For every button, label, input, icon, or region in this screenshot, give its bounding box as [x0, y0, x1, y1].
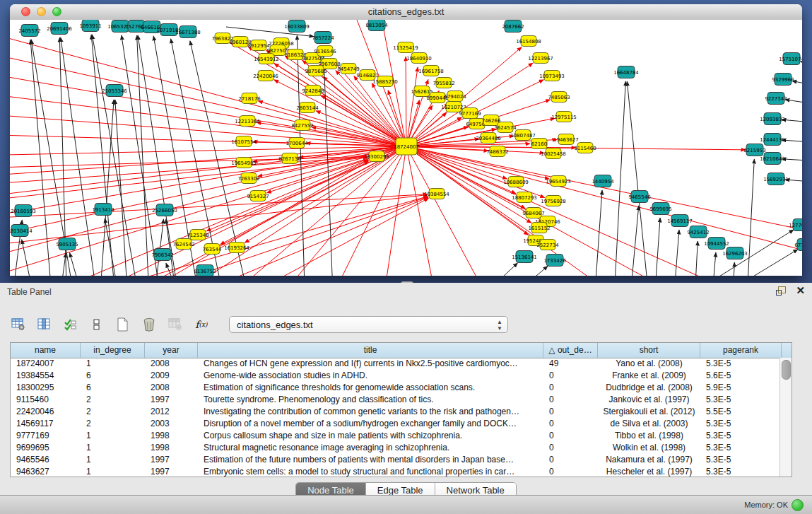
red-edge — [10, 113, 406, 146]
graph-node-label: 2803144 — [296, 105, 319, 111]
citation-network-graph: 1872400779638228960128891295422226058982… — [10, 20, 802, 276]
table-row[interactable]: 1830029562008Estimation of significance … — [11, 382, 780, 394]
table-panel-header: Table Panel ✕ — [0, 283, 812, 301]
column-header-pagerank[interactable]: pagerank — [700, 343, 782, 358]
cell-name: 9115460 — [11, 394, 81, 406]
cell-out_de…: 0 — [543, 442, 598, 454]
graph-node-label: 16671388 — [175, 30, 201, 35]
float-panel-icon[interactable] — [776, 286, 786, 296]
cell-name: 9777169 — [11, 430, 81, 442]
column-header-title[interactable]: title — [198, 343, 543, 358]
graph-node-label: 2718176 — [238, 96, 261, 102]
graph-node-label: 9242848 — [302, 88, 324, 94]
delete-table-icon[interactable] — [141, 317, 158, 332]
graph-node-label: 19384554 — [424, 192, 449, 197]
table-row[interactable]: 946362711997Embryonic stem cells: a mode… — [11, 466, 780, 477]
black-edge — [115, 100, 129, 276]
graph-node-label: 15885230 — [372, 79, 398, 85]
table-options-icon[interactable] — [10, 317, 27, 332]
window-titlebar[interactable]: citations_edges.txt — [10, 4, 802, 21]
graph-node-label: 15136141 — [512, 255, 537, 260]
table-row[interactable]: 969969511998Structural magnetic resonanc… — [11, 442, 780, 454]
column-header-in_degree[interactable]: in_degree — [81, 343, 145, 358]
graph-node-label: 62160 — [531, 141, 547, 147]
scrollbar-thumb[interactable] — [782, 360, 791, 380]
table-header-row: namein_degreeyeartitle△ out_de…shortpage… — [11, 343, 792, 358]
graph-node-label: 22420046 — [253, 74, 278, 79]
cell-year: 2008 — [145, 382, 198, 394]
table-row[interactable]: 2242004622012Investigating the contribut… — [11, 406, 780, 418]
graph-node-label: 7906342 — [151, 252, 173, 258]
table-selector-value: citations_edges.txt — [237, 320, 313, 330]
graph-node-label: 19130414 — [10, 228, 33, 234]
import-table-icon[interactable] — [167, 317, 184, 332]
black-edge — [785, 100, 802, 105]
graph-node-label: 746266 — [482, 118, 501, 124]
cell-pagerank: 5.5E-5 — [700, 406, 780, 418]
network-view-window[interactable]: citations_edges.txt 18724007796382289601… — [10, 4, 802, 276]
cell-name: 9463627 — [11, 466, 81, 477]
cell-in_degree: 1 — [81, 358, 145, 370]
cell-year: 2008 — [145, 358, 198, 370]
row-height-icon[interactable] — [88, 317, 105, 332]
cell-short: de Silva et al. (2003) — [598, 418, 700, 430]
cell-title: Genome-wide association studies in ADHD. — [198, 370, 543, 382]
show-columns-icon[interactable] — [36, 317, 53, 332]
graph-node-label: 7955812 — [433, 81, 454, 86]
graph-node-label: 11325419 — [393, 45, 418, 51]
cell-pagerank: 5.3E-5 — [700, 454, 780, 466]
cell-in_degree: 1 — [81, 442, 145, 454]
graph-node-label: 8136753 — [194, 269, 216, 274]
graph-node-label: 10025458 — [541, 151, 566, 157]
table-row[interactable]: 977716911998Corpus callosum shape and si… — [11, 430, 780, 442]
graph-node-label: 18300295 — [364, 154, 389, 160]
cell-in_degree: 2 — [81, 406, 145, 418]
memory-status-label: Memory: OK — [744, 501, 788, 509]
network-canvas[interactable]: 1872400779638228960128891295422226058982… — [10, 20, 802, 276]
red-edge — [10, 146, 406, 156]
column-header-year[interactable]: year — [145, 343, 198, 358]
close-panel-icon[interactable]: ✕ — [796, 286, 805, 296]
graph-node-label: 8813054 — [365, 23, 388, 28]
cytoscape-app: citations_edges.txt 18724007796382289601… — [0, 0, 812, 514]
column-header-short[interactable]: short — [598, 343, 700, 358]
cell-title: Estimation of the future numbers of pati… — [198, 454, 543, 466]
graph-node-label: 21053346 — [102, 88, 127, 94]
cell-year: 2012 — [145, 406, 198, 418]
node-table[interactable]: namein_degreeyeartitle△ out_de…shortpage… — [10, 342, 792, 477]
graph-node-label: 12444139 — [760, 137, 785, 143]
table-row[interactable]: 946554611997Estimation of the future num… — [11, 454, 780, 466]
table-row[interactable]: 1872400712008Changes of HCN gene express… — [11, 358, 780, 370]
graph-node-label: 14569117 — [667, 218, 693, 224]
table-row[interactable]: 1938455462009Genome-wide association stu… — [11, 370, 780, 382]
dropdown-stepper-icon: ▲▼ — [497, 319, 502, 332]
cell-name: 18724007 — [11, 358, 81, 370]
table-selector-dropdown[interactable]: citations_edges.txt ▲▼ — [229, 316, 508, 333]
vertical-scrollbar[interactable] — [779, 358, 792, 477]
graph-node-label: 20160593 — [11, 209, 36, 214]
black-edge — [613, 81, 625, 276]
graph-node-label: 7485063 — [548, 95, 570, 100]
graph-node-label: 16033809 — [284, 24, 310, 30]
cell-in_degree: 1 — [81, 430, 145, 442]
function-builder-icon[interactable]: f(x) — [193, 317, 210, 332]
red-edge — [10, 194, 428, 219]
cell-short: Jankovic et al. (1997) — [598, 394, 700, 406]
black-edge — [694, 241, 698, 276]
cell-short: Stergiakouli et al. (2012) — [598, 406, 700, 418]
graph-node-label: 19654923 — [546, 179, 571, 185]
graph-node-label: 10973493 — [539, 74, 565, 79]
red-edge — [406, 146, 777, 276]
column-header-out_de…[interactable]: △ out_de… — [543, 343, 598, 358]
column-header-name[interactable]: name — [11, 343, 81, 358]
graph-node-label: 18107554 — [231, 139, 257, 145]
table-row[interactable]: 911546021997Tourette syndrome. Phenomeno… — [11, 394, 780, 406]
cell-title: Tourette syndrome. Phenomenology and cla… — [198, 394, 543, 406]
select-rows-icon[interactable] — [62, 317, 79, 332]
new-table-icon[interactable] — [114, 317, 131, 332]
graph-node-label: 18640910 — [406, 56, 432, 62]
red-edge — [325, 146, 406, 276]
graph-node-label: 7263302 — [237, 176, 259, 182]
table-row[interactable]: 1456911722003Disruption of a novel membe… — [11, 418, 780, 430]
graph-node-label: 19756928 — [541, 199, 566, 204]
